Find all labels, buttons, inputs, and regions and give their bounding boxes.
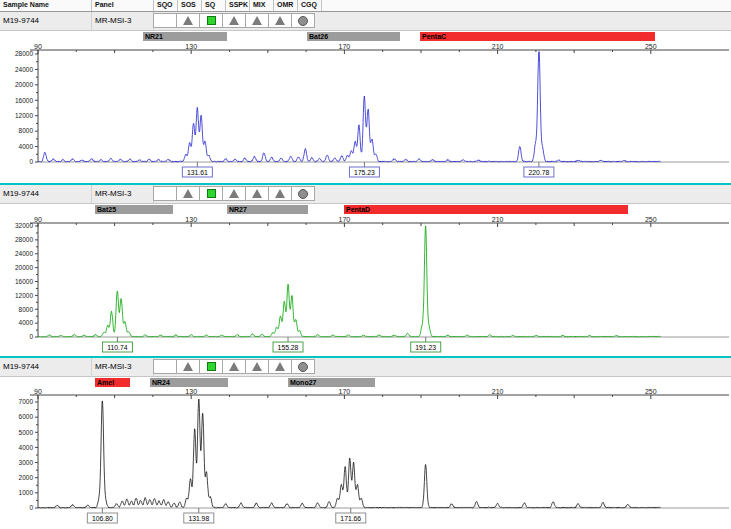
marker-bar-pentad: PentaD (344, 205, 628, 214)
svg-text:131.98: 131.98 (188, 515, 209, 522)
peak-size-label[interactable]: 131.98 (184, 508, 214, 523)
flag-cell-omr[interactable] (268, 359, 292, 374)
svg-text:28000: 28000 (15, 50, 33, 57)
column-header-sos: SOS (178, 0, 202, 11)
peak-size-label[interactable]: 220.78 (524, 162, 554, 177)
flag-cell-sspk[interactable] (222, 359, 246, 374)
flag-cell-omr[interactable] (268, 186, 292, 201)
svg-text:170: 170 (339, 389, 351, 395)
svg-text:28000: 28000 (15, 236, 33, 243)
svg-text:1000: 1000 (19, 489, 34, 496)
svg-text:210: 210 (492, 389, 504, 395)
green-square-icon (207, 189, 216, 198)
green-square-icon (207, 362, 216, 371)
flag-cell-cgq[interactable] (291, 13, 315, 28)
sample-panel-1: M19-9744 MR-MSI-3 NR21Bat26PentaC 901301… (0, 12, 731, 183)
svg-text:16000: 16000 (15, 278, 33, 285)
triangle-icon (229, 362, 239, 371)
svg-text:130: 130 (185, 43, 197, 50)
flag-cell-sspk[interactable] (222, 186, 246, 201)
flag-cell-mix[interactable] (245, 13, 269, 28)
svg-text:20000: 20000 (15, 81, 33, 88)
flag-cell-sos[interactable] (176, 359, 200, 374)
flag-cell-sqo[interactable] (153, 13, 177, 28)
triangle-icon (275, 189, 285, 198)
column-header-omr: OMR (274, 0, 298, 11)
samples-table-header: Sample Name Panel SQO SOS SQ SSPK MIX OM… (0, 0, 731, 12)
circle-icon (298, 16, 308, 26)
flag-cell-sq[interactable] (199, 13, 223, 28)
flag-cell-sqo[interactable] (153, 359, 177, 374)
svg-text:16000: 16000 (15, 97, 33, 104)
svg-text:220.78: 220.78 (528, 169, 549, 176)
green-square-icon (207, 16, 216, 25)
svg-text:4000: 4000 (19, 143, 34, 150)
svg-text:5000: 5000 (19, 429, 34, 436)
peak-size-label[interactable]: 155.28 (273, 337, 303, 352)
svg-text:171.66: 171.66 (340, 515, 361, 522)
flag-cell-omr[interactable] (268, 13, 292, 28)
svg-text:8000: 8000 (19, 306, 34, 313)
svg-text:90: 90 (34, 43, 42, 50)
triangle-icon (183, 362, 193, 371)
svg-text:110.74: 110.74 (107, 344, 128, 351)
peak-size-label[interactable]: 131.61 (182, 162, 212, 177)
peak-size-label[interactable]: 106.80 (87, 508, 117, 523)
svg-text:4000: 4000 (19, 444, 34, 451)
peak-size-label[interactable]: 191.23 (411, 337, 441, 352)
svg-text:6000: 6000 (19, 413, 34, 420)
svg-text:250: 250 (645, 43, 657, 50)
triangle-icon (183, 189, 193, 198)
triangle-icon (252, 16, 262, 25)
marker-bar-nr27: NR27 (227, 205, 308, 214)
svg-text:4000: 4000 (19, 319, 34, 326)
sample-row[interactable]: M19-9744 MR-MSI-3 (0, 185, 731, 204)
svg-text:250: 250 (645, 216, 657, 223)
svg-text:0: 0 (29, 504, 33, 511)
electropherogram-black[interactable]: 9013017021025001000200030004000500060007… (0, 389, 731, 529)
flag-cell-sq[interactable] (199, 186, 223, 201)
flag-cell-mix[interactable] (245, 186, 269, 201)
svg-text:20000: 20000 (15, 264, 33, 271)
svg-text:250: 250 (645, 389, 657, 395)
x-axis: 90130170210250 (30, 43, 729, 54)
marker-bar-row: AmelNR24Mono27 (0, 377, 731, 389)
flag-cell-sos[interactable] (176, 13, 200, 28)
flag-cell-cgq[interactable] (291, 359, 315, 374)
circle-icon (298, 189, 308, 199)
peak-size-label[interactable]: 175.23 (349, 162, 379, 177)
sample-panel-2-selected: M19-9744 MR-MSI-3 Bat25NR27PentaD 901301… (0, 183, 731, 358)
trace-polyline (38, 226, 661, 337)
flag-cell-sqo[interactable] (153, 186, 177, 201)
quality-flags (154, 358, 315, 376)
flag-cell-sspk[interactable] (222, 13, 246, 28)
sample-row[interactable]: M19-9744 MR-MSI-3 (0, 358, 731, 377)
peak-size-label[interactable]: 110.74 (102, 337, 132, 352)
column-header-panel: Panel (92, 0, 154, 11)
flag-cell-cgq[interactable] (291, 186, 315, 201)
peak-size-label[interactable]: 171.66 (336, 508, 366, 523)
svg-text:12000: 12000 (15, 292, 33, 299)
electropherogram-blue[interactable]: 9013017021025004000800012000160002000024… (0, 43, 731, 183)
flag-cell-mix[interactable] (245, 359, 269, 374)
flag-cell-sos[interactable] (176, 186, 200, 201)
electropherogram-green[interactable]: 9013017021025004000800012000160002000024… (0, 216, 731, 356)
svg-text:32000: 32000 (15, 222, 33, 229)
svg-text:210: 210 (492, 43, 504, 50)
quality-flags (154, 185, 315, 203)
column-header-mix: MIX (250, 0, 274, 11)
svg-text:7000: 7000 (19, 398, 34, 405)
svg-text:210: 210 (492, 216, 504, 223)
svg-text:24000: 24000 (15, 66, 33, 73)
x-axis: 90130170210250 (30, 216, 729, 227)
y-axis: 01000200030004000500060007000 (19, 395, 38, 511)
sample-row[interactable]: M19-9744 MR-MSI-3 (0, 12, 731, 31)
x-axis: 90130170210250 (30, 389, 729, 399)
svg-text:2000: 2000 (19, 474, 34, 481)
marker-bar-nr24: NR24 (150, 378, 228, 387)
svg-text:3000: 3000 (19, 459, 34, 466)
flag-cell-sq[interactable] (199, 359, 223, 374)
genotype-samples-view: Sample Name Panel SQO SOS SQ SSPK MIX OM… (0, 0, 731, 529)
y-axis: 040008000120001600020000240002800032000 (15, 222, 38, 340)
svg-text:8000: 8000 (19, 127, 34, 134)
